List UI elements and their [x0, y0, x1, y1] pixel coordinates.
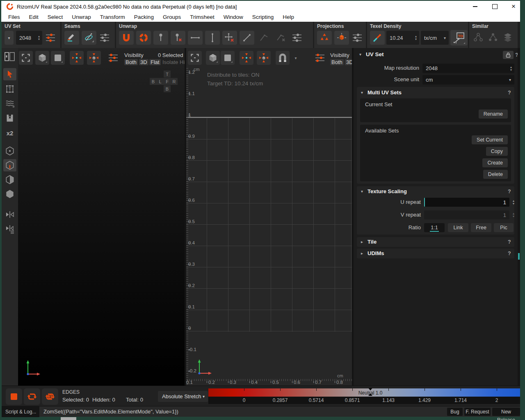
viewport-3d[interactable]: Visibility Both 3D Flat 0 Selected Isola… [18, 48, 185, 386]
menu-help[interactable]: Help [278, 12, 299, 22]
constrain-horizontal-button[interactable] [188, 31, 203, 45]
polygon-mode-button[interactable] [3, 173, 16, 186]
viewcube-bottom[interactable]: B [164, 85, 171, 92]
viewport-uv[interactable]: ▾ Visibility Both 3D Flat Distribute to … [186, 48, 352, 386]
uv-visibility-3d-toggle[interactable]: 3D [345, 59, 352, 65]
menu-window[interactable]: Window [219, 12, 248, 22]
maximize-button[interactable] [489, 1, 500, 12]
layout-panels-button[interactable] [3, 50, 17, 64]
shading-mode-button[interactable] [35, 51, 49, 65]
neutral-marker-bottom-icon[interactable] [368, 393, 372, 396]
menu-select[interactable]: Select [43, 12, 68, 22]
seams-options-sliders-icon[interactable] [99, 32, 110, 43]
symmetry-button[interactable] [3, 208, 16, 221]
menu-edit[interactable]: Edit [25, 12, 43, 22]
stack-similar-outline-icon[interactable] [472, 32, 484, 43]
select-tool-button[interactable] [3, 68, 16, 80]
unwrap-options-sliders-icon[interactable] [291, 32, 303, 43]
unwrap-button[interactable] [119, 31, 134, 45]
uv-set-dropdown-button[interactable]: ▾ [5, 31, 14, 45]
loop-select-button[interactable] [24, 388, 40, 405]
copy-button[interactable]: Copy [486, 147, 508, 156]
uv-frame-all-button[interactable] [188, 51, 202, 65]
spinner[interactable]: ▴▾ [36, 35, 42, 41]
uv-set-options-sliders-icon[interactable] [45, 32, 56, 43]
texel-density-unit-dropdown[interactable]: tx/cm ▾ [421, 31, 449, 45]
feature-request-button[interactable]: F. Request [464, 408, 491, 416]
spinner[interactable]: ▴▾ [510, 198, 517, 207]
double-resolution-button[interactable]: x2 [3, 127, 16, 139]
island-mode-button[interactable] [3, 188, 16, 200]
angle-constraint-remove-button-disabled[interactable] [274, 31, 289, 45]
symmetry-options-button[interactable] [3, 223, 16, 235]
weld-clamp-tool-button[interactable] [3, 112, 16, 124]
projections-options-sliders-icon[interactable] [352, 32, 363, 43]
ratio-pic-button[interactable]: Pic [494, 223, 514, 232]
lock-panel-button[interactable] [503, 51, 514, 59]
visibility-3d-toggle[interactable]: 3D [139, 59, 148, 65]
delete-button[interactable]: Delete [483, 170, 508, 179]
minimize-button[interactable] [470, 1, 480, 12]
ratio-free-button[interactable]: Free [471, 223, 491, 232]
viewport-options-sliders-icon[interactable] [107, 52, 119, 63]
create-button[interactable]: Create [482, 158, 508, 167]
box-projection-button[interactable] [334, 31, 349, 45]
viewcube-top[interactable]: T [164, 71, 171, 78]
optimize-button[interactable] [136, 31, 151, 45]
double-loop-select-button[interactable]: 2 [42, 388, 58, 405]
v-repeat-input[interactable]: 1 [424, 210, 509, 219]
collapse-chevron-icon[interactable]: ▾ [361, 90, 363, 95]
uv-set-resolution-field[interactable]: 2048 ▴▾ [16, 31, 42, 45]
menu-transform[interactable]: Transform [96, 12, 130, 22]
edge-mode-button[interactable] [3, 159, 16, 171]
hide-toggle[interactable]: Hid [180, 59, 185, 65]
snap-options-dropdown[interactable]: ▾ [291, 51, 300, 65]
menu-groups[interactable]: Groups [158, 12, 185, 22]
vertex-mode-button[interactable] [3, 145, 16, 157]
texel-density-field[interactable]: 10.24 ▴▾ [386, 31, 419, 45]
focus-selection-button[interactable] [70, 51, 84, 65]
stack-similar-filled-icon[interactable] [487, 32, 499, 43]
collapse-chevron-icon[interactable]: ▾ [361, 189, 363, 194]
visibility-both-toggle[interactable]: Both [124, 59, 138, 65]
layers-stack-icon[interactable] [502, 32, 514, 43]
scene-unit-dropdown[interactable]: cm ▾ [422, 75, 514, 84]
angle-constraint-button-disabled[interactable] [257, 31, 272, 45]
isolate-toggle[interactable]: Isolate [162, 59, 178, 65]
constrain-vertical-button[interactable] [205, 31, 220, 45]
scrollbar-thumb[interactable] [518, 253, 520, 260]
multi-uv-sets-title[interactable]: Multi UV Sets [368, 89, 402, 96]
uv-flat-display-button[interactable] [221, 51, 235, 65]
uv-shading-mode-button[interactable] [206, 51, 220, 65]
menu-scripting[interactable]: Scripting [248, 12, 278, 22]
menu-files[interactable]: Files [4, 12, 25, 22]
stretch-mode-dropdown[interactable]: Absolute Stretch ▾ [158, 391, 208, 402]
spinner[interactable]: ▴▾ [510, 210, 517, 219]
fill-select-mode-button[interactable] [6, 388, 22, 405]
align-edge-button[interactable] [240, 31, 254, 45]
viewcube-left[interactable]: L [157, 78, 164, 85]
pin-button[interactable] [153, 31, 168, 45]
bug-report-button[interactable]: Bug [447, 408, 463, 416]
texture-scaling-title[interactable]: Texture Scaling [368, 188, 407, 194]
remove-constraints-button[interactable] [222, 31, 237, 45]
viewcube-back[interactable]: B [150, 78, 157, 85]
stretch-gradient-bar[interactable]: Neutral 1.0 0 0.2857 0.5714 0.8571 1.143… [208, 387, 520, 406]
snap-magnet-button[interactable] [276, 51, 290, 65]
collapse-chevron-icon[interactable]: ▾ [359, 52, 361, 57]
menu-unwrap[interactable]: Unwrap [67, 12, 96, 22]
spinner[interactable]: ▴▾ [508, 66, 514, 71]
unpin-button[interactable] [171, 31, 185, 45]
visibility-flat-toggle[interactable]: Flat [149, 59, 161, 65]
tile-section-header[interactable]: ▸ Tile ? [357, 237, 514, 247]
ratio-link-button[interactable]: Link [448, 223, 468, 232]
brush-deform-tool-button[interactable] [3, 97, 16, 110]
udims-section-header[interactable]: ▸ UDIMs ? [357, 249, 514, 258]
viewcube-right[interactable]: R [171, 78, 178, 85]
map-resolution-field[interactable]: 2048 ▴▾ [422, 64, 514, 73]
menu-trimsheet[interactable]: Trimsheet [185, 12, 219, 22]
seams-cut-knife-button[interactable] [64, 31, 79, 45]
help-icon[interactable]: ? [508, 189, 511, 194]
texel-density-picker-button[interactable] [370, 31, 385, 45]
frame-all-button[interactable] [19, 51, 33, 65]
